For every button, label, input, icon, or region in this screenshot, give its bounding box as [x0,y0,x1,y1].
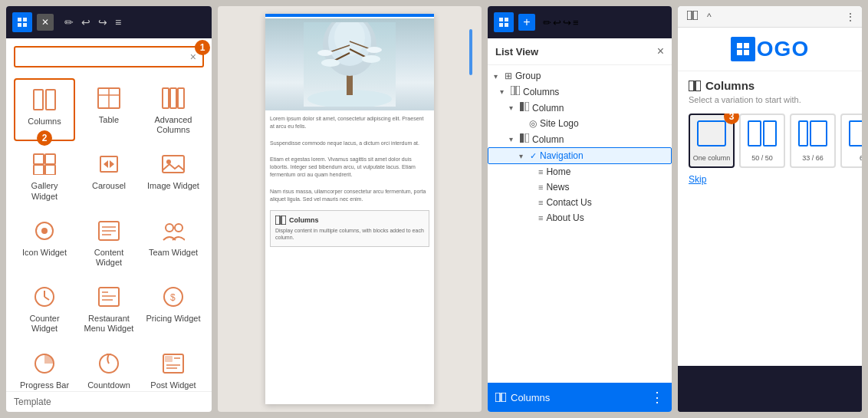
svg-rect-65 [501,393,506,402]
widget-table[interactable]: Table [78,78,140,141]
tree-item-column1[interactable]: ▾ Column [488,100,672,116]
tree-item-column2[interactable]: ▾ Column [488,131,672,147]
sixty-six-label: 66 [860,154,862,162]
undo-icon-right[interactable]: ↩ [553,17,561,28]
columns-bar-label: Columns [511,392,550,403]
pen-icon-right[interactable]: ✏ [543,17,551,28]
close-panel-button[interactable]: ✕ [37,14,54,31]
svg-text:$: $ [170,292,176,303]
right-inner: ^ ⋮ OGO Columns Select a variation to st… [678,6,862,366]
variations-title: Columns [689,79,851,92]
svg-rect-71 [744,50,749,55]
fifty-fifty-icon [747,120,778,151]
svg-point-54 [317,50,333,56]
menu-icon-right[interactable]: ≡ [573,17,579,28]
widget-icon-item[interactable]: Icon Widget [14,211,75,274]
progress-label: Progress Bar Widget [17,380,72,392]
widget-carousel[interactable]: Carousel [78,144,140,207]
columns-label: Columns [28,117,61,127]
columns-block: Columns Display content in multiple colu… [270,210,429,246]
svg-rect-58 [511,86,515,95]
pen-icon[interactable]: ✏ [61,15,77,30]
variation-50-50[interactable]: 50 / 50 [739,114,785,168]
svg-rect-75 [748,121,761,146]
svg-rect-5 [163,88,169,108]
about-label: About Us [546,212,584,223]
columns-bar-dots[interactable]: ⋮ [650,389,664,406]
columns-tool-button[interactable] [684,9,701,24]
widget-advanced-columns[interactable]: Advanced Columns [143,78,204,141]
tree-item-home[interactable]: ≡ Home [488,164,672,179]
chevron-icon: ▾ [519,152,527,160]
svg-rect-10 [34,165,44,175]
contact-icon: ≡ [538,198,543,207]
svg-rect-11 [45,165,55,175]
widget-image[interactable]: Image Widget [143,144,204,207]
pricing-label: Pricing Widget [146,314,201,324]
tree-item-news[interactable]: ≡ News [488,179,672,195]
svg-point-24 [175,224,182,232]
redo-icon[interactable]: ↪ [95,15,110,30]
right-dark-footer [678,366,862,412]
columns-bottom-bar[interactable]: Columns ⋮ [488,383,672,412]
widget-panel: ✕ ✏ ↩ ↪ ≡ column × 1 Columns 2 Tabl [6,6,212,412]
widget-progress[interactable]: Progress Bar Widget [14,344,75,392]
group-icon: ⊞ [505,71,512,81]
tree-item-columns[interactable]: ▾ Columns [488,84,672,100]
clear-search-button[interactable]: × [190,51,196,63]
listview-header: List View × [488,38,672,65]
svg-rect-68 [737,43,742,48]
image-icon [159,150,187,178]
variation-badge: 3 [724,114,739,124]
svg-rect-78 [810,121,827,146]
widget-restaurant[interactable]: Restaurant Menu Widget [78,277,140,340]
home-icon: ≡ [538,167,543,176]
navigation-icon: ✓ [530,151,537,161]
redo-icon-right[interactable]: ↪ [563,17,571,28]
widget-countdown[interactable]: Countdown Widget [78,344,140,392]
undo-icon[interactable]: ↩ [78,15,94,30]
page-header-bar [265,14,434,17]
svg-point-55 [367,47,382,53]
column1-icon [520,102,529,114]
tree-item-group[interactable]: ▾ ⊞ Group [488,68,672,84]
progress-icon [31,350,58,377]
variation-one-column[interactable]: One column 3 [689,114,735,168]
sitelogo-icon: ◎ [529,118,537,129]
variation-33-66[interactable]: 33 / 66 [790,114,836,168]
menu-icon[interactable]: ≡ [112,15,124,30]
skip-link[interactable]: Skip [678,168,862,191]
svg-rect-79 [850,121,862,146]
widget-team[interactable]: Team Widget [143,211,204,274]
search-box: column × 1 [14,46,204,67]
search-input[interactable]: column [21,51,190,63]
chevron-up-button[interactable]: ^ [704,10,715,24]
dots-icon[interactable]: ⋮ [845,11,856,23]
tree-item-contact[interactable]: ≡ Contact Us [488,195,672,210]
variations-panel: ^ ⋮ OGO Columns Select a variation to st… [678,6,862,412]
left-logo [12,12,32,32]
table-label: Table [99,115,119,125]
widget-post[interactable]: Post Widget [143,344,204,392]
page-hero-image [265,18,434,110]
widget-columns[interactable]: Columns 2 [14,78,75,141]
variation-66[interactable]: 66 [840,114,862,168]
widget-counter[interactable]: Counter Widget [14,277,75,340]
pricing-icon: $ [159,283,187,311]
right-toolbar: + ✏ ↩ ↪ ≡ [488,6,672,38]
tree-item-about[interactable]: ≡ About Us [488,210,672,225]
tree-item-navigation[interactable]: ▾ ✓ Navigation [488,147,672,164]
logo-area: OGO [678,28,862,71]
advanced-columns-label: Advanced Columns [146,115,201,135]
add-button[interactable]: + [518,14,535,31]
widget-badge: 2 [37,130,52,146]
widget-gallery[interactable]: Gallery Widget [14,144,75,207]
listview-close-button[interactable]: × [657,44,664,58]
svg-line-27 [44,297,49,300]
widgets-grid: Columns 2 Table Advanced Columns Gallery… [6,72,212,391]
tree-item-sitelogo[interactable]: ◎ Site Logo [488,116,672,131]
column1-label: Column [532,103,564,114]
widget-content[interactable]: Content Widget [78,211,140,274]
widget-pricing[interactable]: $ Pricing Widget [143,277,204,340]
variations-header: Columns Select a variation to start with… [678,71,862,114]
